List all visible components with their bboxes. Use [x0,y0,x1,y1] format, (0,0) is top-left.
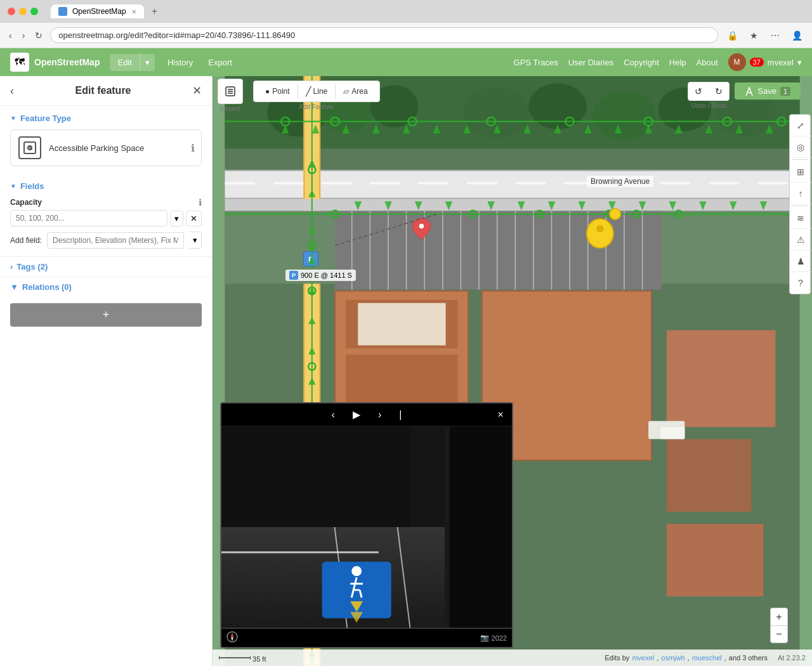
minimize-traffic-light[interactable] [19,8,27,15]
close-traffic-light[interactable] [8,8,15,15]
map-bottom-bar: 35 ft Edits by mvexel, osmjwh, mueschel,… [213,650,812,666]
map-toolbar-right: ↺ ↻ Undo / Redo Save 1 [688,82,807,109]
sidebar-header: ‹ Edit feature ✕ [0,76,212,106]
inspect-wrap: Inspect [218,79,243,112]
gps-button[interactable]: ◎ [790,136,811,158]
about-link[interactable]: About [697,58,718,67]
svg-rect-30 [225,199,799,211]
fullscreen-button[interactable]: ⤢ [790,115,811,136]
svg-rect-159 [448,426,512,627]
feature-type-info-button[interactable]: ℹ [191,142,195,154]
gps-traces-link[interactable]: GPS Traces [514,58,558,67]
redo-button[interactable]: ↻ [709,82,729,100]
browser-toolbar-icons: 🔒 ★ ⋯ 👤 [723,27,806,44]
svg-rect-24 [515,182,546,185]
back-button[interactable]: ‹ [6,28,15,43]
capacity-dropdown-button[interactable]: ▾ [170,211,183,226]
extension-icon-3[interactable]: ⋯ [766,27,784,44]
add-feature-group: ● Point ╱ Line ▱ Area [253,81,380,102]
map-data-button[interactable]: ≋ [790,207,811,229]
edit-user-mueschel[interactable]: mueschel [692,654,722,662]
new-tab-button[interactable]: + [149,6,160,17]
sv-prev-button[interactable]: ‹ [328,408,339,422]
inspect-button[interactable] [218,79,243,104]
add-feature-label: Add Feature [299,103,334,110]
forward-button[interactable]: › [20,28,28,43]
add-field-label: Add field: [10,236,42,245]
sv-pause-button[interactable]: | [395,408,405,422]
layers-button[interactable]: ⊞ [790,161,811,183]
undo-button[interactable]: ↺ [688,82,709,100]
sv-close-button[interactable]: × [494,408,507,421]
capacity-field-row: Capacity ℹ ▾ ✕ [10,197,202,226]
right-panel: ⤢ ◎ ⊞ ↑ ≋ ⚠ ♟ ? [789,114,811,294]
add-relation-button[interactable]: + [10,303,202,327]
area-button[interactable]: ▱ Area [337,84,374,98]
extension-icon-2[interactable]: ★ [745,27,763,44]
browser-tab[interactable]: OpenStreetMap ✕ [51,4,144,18]
issues-button[interactable]: ⚠ [790,229,811,251]
feature-type-card[interactable]: Accessible Parking Space ℹ [10,129,202,166]
sv-play-button[interactable]: ▶ [349,407,364,422]
zoom-in-button[interactable]: + [770,608,788,625]
tab-close-button[interactable]: ✕ [131,8,136,15]
extension-icon-1[interactable]: 🔒 [723,27,741,44]
sv-next-button[interactable]: › [374,408,385,422]
save-wrap: Save 1 [735,82,801,108]
svg-rect-20 [322,182,352,185]
help-link[interactable]: Help [669,58,686,67]
history-button[interactable]: History [160,54,200,71]
nav-user-dropdown-icon[interactable]: ▾ [797,58,802,67]
export-button[interactable]: Export [200,54,240,71]
sidebar-back-button[interactable]: ‹ [10,84,14,98]
edit-dropdown-button[interactable]: ▾ [140,54,155,71]
relations-section-header[interactable]: ▼ Relations (0) [0,277,212,297]
capacity-input[interactable] [10,210,167,226]
streetview-header: ‹ ▶ › | × [221,403,512,426]
add-field-dropdown-button[interactable]: ▾ [189,232,202,249]
edits-text: Edits by [605,654,629,662]
nav-user: M 37 mvexel ▾ [728,53,802,71]
edit-button[interactable]: Edit [110,54,139,71]
map-zoom-controls: + − [770,608,788,643]
feature-type-icon [18,136,41,159]
add-field-input[interactable] [47,232,184,249]
capacity-label: Capacity ℹ [10,197,202,207]
separator-1 [298,84,298,99]
address-label: P 900 E @ 1411 S [285,270,356,281]
address-bar[interactable] [50,27,718,43]
help-button[interactable]: ? [790,272,811,294]
point-button[interactable]: ● Point [259,84,296,98]
tags-section-header[interactable]: › Tags (2) [0,256,212,277]
user-diaries-link[interactable]: User Diaries [568,58,614,67]
capacity-info-button[interactable]: ℹ [199,197,202,207]
upload-button[interactable]: ↑ [790,183,811,204]
copyright-link[interactable]: Copyright [624,58,659,67]
community-button[interactable]: ♟ [790,251,811,272]
nav-username: mvexel [768,58,794,67]
fields-header[interactable]: ▼ Fields [10,181,202,191]
scale-bar-icon [219,653,251,662]
capacity-clear-button[interactable]: ✕ [186,211,202,226]
feature-type-header[interactable]: ▼ Feature Type [10,114,202,123]
sidebar-close-button[interactable]: ✕ [192,84,202,98]
map-container[interactable]: P [213,76,812,666]
sidebar: ‹ Edit feature ✕ ▼ Feature Type [0,76,213,666]
line-button[interactable]: ╱ Line [299,84,334,99]
save-button[interactable]: Save 1 [735,82,801,100]
edit-user-mvexel[interactable]: mvexel [632,654,654,662]
browser-toolbar: ‹ › ↻ 🔒 ★ ⋯ 👤 [0,23,812,48]
save-count: 1 [780,87,790,96]
svg-point-156 [351,566,362,576]
edit-user-osmjwh[interactable]: osmjwh [661,654,684,662]
maximize-traffic-light[interactable] [30,8,38,15]
zoom-out-button[interactable]: − [770,625,788,643]
main-content: ‹ Edit feature ✕ ▼ Feature Type [0,76,812,666]
refresh-button[interactable]: ↻ [32,28,45,43]
profile-icon[interactable]: 👤 [788,27,806,44]
point-icon: ● [265,87,270,96]
at-label: At [778,654,784,662]
sv-scene [221,426,512,629]
streetview-overlay: ‹ ▶ › | × [220,402,513,648]
map-edits: Edits by mvexel, osmjwh, mueschel, and 3… [605,654,768,662]
